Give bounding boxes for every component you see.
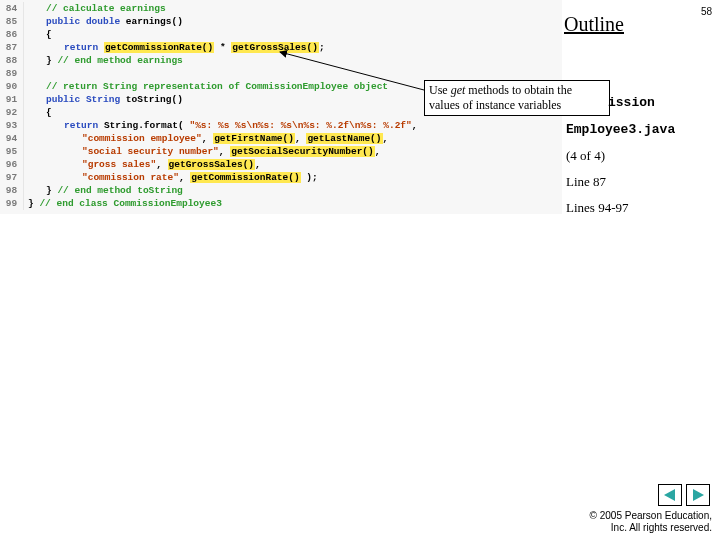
line-number: 92 — [0, 106, 24, 119]
outline-heading: Outline — [564, 13, 624, 36]
slide-number: 58 — [701, 6, 712, 17]
highlight-getSocialSecurityNumber: getSocialSecurityNumber() — [230, 146, 375, 157]
triangle-right-icon — [691, 488, 705, 502]
footer-line-2: Inc. All rights reserved. — [590, 522, 712, 534]
line-number: 87 — [0, 41, 24, 54]
filename-fragment: ission — [608, 95, 655, 110]
line-number: 95 — [0, 145, 24, 158]
nav-buttons — [658, 484, 710, 506]
highlight-getCommissionRate: getCommissionRate() — [190, 172, 300, 183]
callout-box: Use get methods to obtain the values of … — [424, 80, 610, 116]
copyright-footer: © 2005 Pearson Education, Inc. All right… — [590, 510, 712, 534]
line-number: 99 — [0, 197, 24, 210]
prev-button[interactable] — [658, 484, 682, 506]
filename-label: Employee3.java — [566, 122, 675, 137]
highlight-getGrossSales: getGrossSales() — [231, 42, 319, 53]
line-number: 86 — [0, 28, 24, 41]
highlight-getFirstName: getFirstName() — [213, 133, 295, 144]
footer-line-1: © 2005 Pearson Education, — [590, 510, 712, 522]
callout-italic: get — [451, 83, 466, 97]
callout-text-3: values of instance variables — [429, 98, 561, 112]
line-number: 88 — [0, 54, 24, 67]
line-number: 89 — [0, 67, 24, 80]
line-ref-87: Line 87 — [566, 174, 606, 190]
highlight-getLastName: getLastName() — [306, 133, 382, 144]
callout-text-2: methods to obtain the — [465, 83, 572, 97]
line-number: 98 — [0, 184, 24, 197]
line-ref-94-97: Lines 94-97 — [566, 200, 628, 216]
next-button[interactable] — [686, 484, 710, 506]
line-number: 84 — [0, 2, 24, 15]
line-number: 93 — [0, 119, 24, 132]
highlight-getGrossSales: getGrossSales() — [168, 159, 256, 170]
line-number: 85 — [0, 15, 24, 28]
line-number: 91 — [0, 93, 24, 106]
highlight-getCommissionRate: getCommissionRate() — [104, 42, 214, 53]
svg-marker-3 — [693, 489, 704, 501]
triangle-left-icon — [663, 488, 677, 502]
svg-marker-2 — [664, 489, 675, 501]
line-number: 97 — [0, 171, 24, 184]
line-number: 90 — [0, 80, 24, 93]
callout-text-1: Use — [429, 83, 451, 97]
line-number: 94 — [0, 132, 24, 145]
line-number: 96 — [0, 158, 24, 171]
page-count: (4 of 4) — [566, 148, 605, 164]
